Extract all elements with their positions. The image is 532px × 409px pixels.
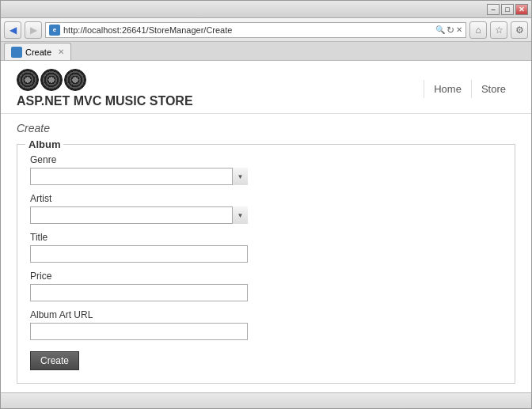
- genre-select[interactable]: [30, 168, 248, 185]
- favorites-icon[interactable]: ☆: [490, 21, 507, 39]
- album-box-title: Album: [25, 138, 63, 150]
- settings-icon[interactable]: ⚙: [511, 21, 528, 39]
- vinyl-record-2: [40, 69, 63, 91]
- site-nav: Home Store: [424, 80, 515, 98]
- address-input-wrapper[interactable]: e http://localhost:26641/StoreManager/Cr…: [45, 22, 466, 38]
- album-art-url-label: Album Art URL: [30, 309, 502, 320]
- vinyl-record-3: [64, 69, 86, 91]
- title-input[interactable]: [30, 245, 248, 263]
- price-form-group: Price: [30, 271, 502, 301]
- tab-label: Create: [25, 47, 51, 57]
- address-actions: 🔍 ↻ ✕: [435, 25, 462, 36]
- main-content: Create Album Genre ▼ Artist: [1, 114, 531, 392]
- site-header: ASP.NET MVC MUSIC STORE Home Store: [1, 61, 531, 114]
- browser-window: – □ ✕ ◀ ▶ e http://localhost:26641/Store…: [0, 0, 532, 409]
- page-content: ASP.NET MVC MUSIC STORE Home Store Creat…: [1, 61, 531, 392]
- site-title: ASP.NET MVC MUSIC STORE: [17, 94, 193, 108]
- home-icon[interactable]: ⌂: [469, 21, 487, 39]
- search-icon: 🔍: [435, 25, 445, 34]
- tab-bar: Create ✕: [1, 42, 531, 61]
- artist-select[interactable]: [30, 206, 248, 224]
- refresh-icon[interactable]: ↻: [446, 25, 454, 36]
- maximize-button[interactable]: □: [501, 4, 514, 15]
- status-bar: [1, 392, 531, 408]
- ie-icon: e: [49, 25, 60, 36]
- address-text: http://localhost:26641/StoreManager/Crea…: [63, 25, 432, 35]
- price-label: Price: [30, 271, 502, 282]
- nav-home-link[interactable]: Home: [424, 80, 471, 98]
- address-bar: ◀ ▶ e http://localhost:26641/StoreManage…: [1, 18, 531, 42]
- genre-form-group: Genre ▼: [30, 154, 502, 185]
- artist-form-group: Artist ▼: [30, 193, 502, 224]
- artist-select-wrapper: ▼: [30, 206, 248, 224]
- title-bar-buttons: – □ ✕: [487, 4, 528, 15]
- genre-label: Genre: [30, 154, 502, 165]
- genre-select-wrapper: ▼: [30, 168, 248, 185]
- tab-close-button[interactable]: ✕: [58, 47, 64, 56]
- title-bar: – □ ✕: [1, 1, 531, 18]
- close-button[interactable]: ✕: [515, 4, 528, 15]
- album-art-url-form-group: Album Art URL: [30, 309, 502, 340]
- logo-image: [17, 69, 193, 91]
- title-form-group: Title: [30, 232, 502, 263]
- price-input[interactable]: [30, 284, 248, 301]
- page-title: Create: [17, 122, 515, 134]
- artist-label: Artist: [30, 193, 502, 204]
- forward-button[interactable]: ▶: [25, 21, 42, 39]
- back-button[interactable]: ◀: [4, 21, 21, 39]
- create-button[interactable]: Create: [30, 351, 79, 370]
- minimize-button[interactable]: –: [487, 4, 500, 15]
- site-logo: ASP.NET MVC MUSIC STORE: [17, 69, 193, 108]
- stop-icon[interactable]: ✕: [456, 25, 462, 34]
- vinyl-record-1: [17, 69, 39, 91]
- title-label: Title: [30, 232, 502, 243]
- album-art-url-input[interactable]: [30, 323, 248, 340]
- nav-store-link[interactable]: Store: [471, 80, 515, 98]
- active-tab[interactable]: Create ✕: [4, 43, 71, 60]
- album-form-box: Album Genre ▼ Artist: [17, 144, 515, 384]
- tab-favicon: [11, 47, 22, 58]
